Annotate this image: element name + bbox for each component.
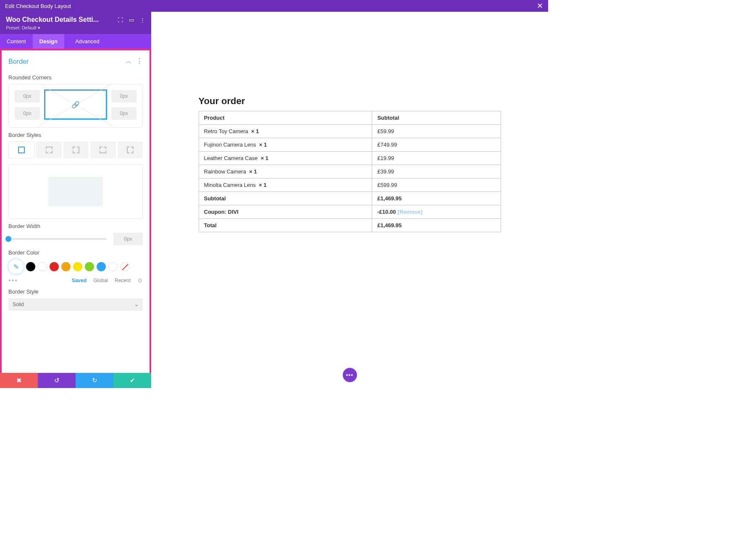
panel-header: Woo Checkout Details Setti... ⛶ ▭ ⋮ Pres… [0, 12, 151, 34]
border-right-button[interactable] [63, 142, 89, 158]
color-tab-saved[interactable]: Saved [72, 278, 87, 283]
corner-bl-input[interactable]: 0px [15, 107, 40, 120]
rounded-corners-label: Rounded Corners [8, 74, 143, 81]
border-all-button[interactable] [8, 142, 34, 158]
tab-content[interactable]: Content [0, 34, 33, 49]
corner-preview: 🔗 [44, 89, 107, 120]
more-swatches-icon[interactable]: ••• [8, 277, 18, 284]
redo-button[interactable]: ↻ [76, 373, 113, 388]
corner-tr-input[interactable]: 0px [111, 90, 136, 102]
expand-icon[interactable]: ⛶ [118, 17, 123, 23]
border-top-button[interactable] [36, 142, 61, 158]
cancel-button[interactable]: ✖ [0, 373, 38, 388]
table-row: Minolta Camera Lens × 1 £599.99 [199, 178, 501, 192]
border-style-label: Border Style [8, 288, 143, 295]
section-title: Border [8, 58, 29, 66]
th-subtotal: Subtotal [372, 111, 501, 125]
border-bottom-button[interactable] [90, 142, 116, 158]
topbar-title: Edit Checkout Body Layout [5, 3, 71, 9]
gear-icon[interactable]: ⚙ [137, 277, 143, 284]
swatch-none[interactable] [120, 262, 129, 271]
link-icon[interactable]: 🔗 [70, 100, 81, 110]
border-style-select[interactable]: Solid ⌄ [8, 298, 143, 311]
preset-selector[interactable]: Preset: Default ▾ [6, 25, 145, 31]
border-width-slider[interactable] [8, 238, 107, 240]
collapse-icon[interactable]: ︿ [125, 57, 132, 66]
swatch-green[interactable] [85, 262, 94, 271]
swatch-black[interactable] [26, 262, 35, 271]
fab-more-button[interactable]: ••• [343, 368, 357, 382]
close-icon[interactable]: ✕ [537, 2, 543, 10]
total-row: Total £1,469.95 [199, 219, 501, 232]
save-button[interactable]: ✔ [113, 373, 151, 388]
remove-coupon-link[interactable]: [Remove] [398, 209, 423, 215]
table-row: Retro Toy Camera × 1 £59.99 [199, 125, 501, 138]
color-tab-recent[interactable]: Recent [115, 278, 131, 283]
tab-design[interactable]: Design [33, 34, 64, 49]
border-left-button[interactable] [118, 142, 143, 158]
eyedropper-icon[interactable]: ✎ [8, 259, 24, 274]
swatch-yellow[interactable] [73, 262, 82, 271]
swatch-white[interactable] [38, 262, 47, 271]
undo-button[interactable]: ↺ [38, 373, 76, 388]
color-tab-global[interactable]: Global [93, 278, 108, 283]
corner-br-input[interactable]: 0px [111, 107, 136, 120]
border-width-label: Border Width [8, 223, 143, 229]
swatch-orange[interactable] [61, 262, 71, 271]
border-width-input[interactable]: 0px [113, 233, 143, 245]
border-style-value: Solid [13, 302, 24, 307]
swatch-blue[interactable] [97, 262, 106, 271]
table-row: Rainbow Camera × 1 £39.99 [199, 165, 501, 178]
more-icon[interactable]: ⋮ [140, 17, 145, 23]
section-more-icon[interactable]: ⋮ [136, 57, 143, 66]
rounded-corners-control: 0px 🔗 0px 0px 0px [8, 84, 143, 128]
table-row: Leather Camera Case × 1 £19.99 [199, 152, 501, 165]
order-table: Product Subtotal Retro Toy Camera × 1 £5… [199, 111, 501, 232]
border-side-selector [8, 142, 143, 158]
module-title: Woo Checkout Details Setti... [6, 16, 113, 24]
corner-tl-input[interactable]: 0px [15, 90, 40, 102]
swatch-empty[interactable] [108, 262, 118, 271]
border-preview [8, 164, 143, 219]
swatch-red[interactable] [50, 262, 59, 271]
th-product: Product [199, 111, 372, 125]
select-chevron-icon: ⌄ [134, 302, 139, 307]
table-row: Fujinon Camera Lens × 1 £749.99 [199, 138, 501, 152]
subtotal-row: Subtotal £1,469.95 [199, 192, 501, 205]
border-styles-label: Border Styles [8, 132, 143, 138]
coupon-row: Coupon: DIVI -£10.00[Remove] [199, 205, 501, 219]
border-color-label: Border Color [8, 249, 143, 256]
order-heading: Your order [199, 96, 501, 107]
tab-advanced[interactable]: Advanced [68, 34, 106, 49]
layout-icon[interactable]: ▭ [129, 17, 134, 23]
